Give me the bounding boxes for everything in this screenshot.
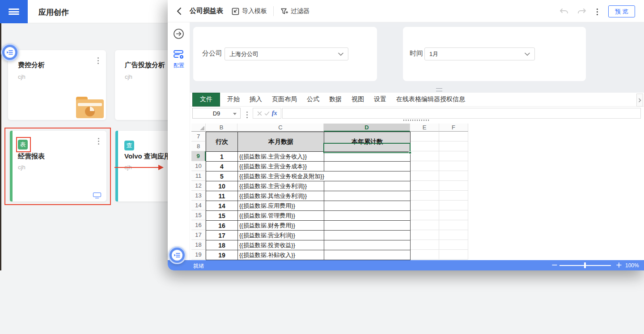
import-template-button[interactable]: 导入模板	[232, 6, 267, 17]
row-header-12[interactable]: 12	[191, 181, 206, 191]
cell-d15[interactable]	[324, 211, 411, 221]
formula-bar-menu[interactable]	[245, 110, 250, 120]
filter-button[interactable]: 过滤器	[280, 6, 309, 17]
header-cell-hangci[interactable]: 行次	[206, 132, 238, 152]
cell-b16[interactable]: 16	[206, 221, 238, 231]
fill-handle[interactable]	[409, 151, 411, 154]
cell-b10[interactable]: 4	[206, 162, 238, 171]
cell-d13[interactable]	[324, 191, 411, 201]
row-header-18[interactable]: 18	[191, 240, 206, 250]
undo-button[interactable]	[559, 6, 569, 17]
row-header-19[interactable]: 19	[191, 250, 206, 260]
row-header-17[interactable]: 17	[191, 230, 206, 240]
column-header-f[interactable]: F	[439, 124, 468, 132]
floating-panel-toggle-button-bottom[interactable]	[168, 246, 186, 264]
resize-handle[interactable]	[436, 88, 442, 91]
cell-d11[interactable]	[324, 171, 411, 181]
menu-overflow-button[interactable]	[636, 94, 643, 107]
cell-c14[interactable]: {{损益数据.应用费用}}	[238, 201, 324, 211]
cell-b19[interactable]: 19	[206, 250, 238, 260]
cell-b15[interactable]: 15	[206, 211, 238, 221]
cell-d12[interactable]	[324, 181, 411, 191]
cancel-entry-icon[interactable]	[257, 111, 262, 116]
menu-tab-home[interactable]: 开始	[227, 95, 240, 103]
cell-d19[interactable]	[324, 250, 411, 260]
cell-b12[interactable]: 10	[206, 181, 238, 191]
card-title: 广告投放分析	[125, 61, 165, 69]
zoom-in-button[interactable]	[616, 262, 622, 268]
column-header-e[interactable]: E	[410, 124, 439, 132]
cell-d10[interactable]	[324, 162, 411, 171]
collapse-arrow-icon[interactable]	[173, 28, 184, 39]
row-header-8[interactable]: 8	[191, 141, 206, 151]
cell-name-box[interactable]: D9	[192, 108, 241, 119]
floating-panel-toggle-button[interactable]	[1, 43, 19, 61]
card-owner: cjh	[18, 73, 25, 80]
cell-d18[interactable]	[324, 240, 411, 250]
cell-d16[interactable]	[324, 221, 411, 231]
back-button[interactable]	[175, 6, 185, 16]
cell-d14[interactable]	[324, 201, 411, 211]
empty-cells-grid[interactable]	[410, 132, 468, 260]
branch-select[interactable]: 上海分公司	[225, 47, 348, 60]
zoom-out-button[interactable]	[551, 262, 558, 268]
row-header-9-selected[interactable]: 9	[191, 151, 206, 161]
row-header-15[interactable]: 15	[191, 210, 206, 220]
row-header-7[interactable]: 7	[191, 132, 206, 141]
menu-tab-data[interactable]: 数据	[329, 95, 342, 103]
cell-c15[interactable]: {{损益数据.管理费用}}	[238, 211, 324, 221]
row-header-16[interactable]: 16	[191, 220, 206, 230]
hamburger-menu-button[interactable]	[0, 0, 28, 23]
card-menu-button[interactable]	[96, 136, 101, 146]
row-header-10[interactable]: 10	[191, 161, 206, 171]
column-resize-handle[interactable]	[403, 120, 429, 121]
cell-c18[interactable]: {{损益数据.投资收益}}	[238, 240, 324, 250]
card-menu-button[interactable]	[96, 56, 101, 66]
cell-b17[interactable]: 17	[206, 231, 238, 240]
sidebar-item-config[interactable]: 配置	[168, 49, 190, 69]
cell-b13[interactable]: 11	[206, 191, 238, 201]
time-select[interactable]: 1月	[424, 47, 535, 60]
row-header-14[interactable]: 14	[191, 201, 206, 210]
cell-c13[interactable]: {{损益数据.其他业务利润}}	[238, 191, 324, 201]
zoom-slider-thumb[interactable]	[584, 262, 586, 268]
column-header-d-selected[interactable]: D	[324, 124, 410, 132]
preview-button[interactable]: 预 览	[608, 5, 635, 17]
cell-c17[interactable]: {{损益数据.营业利润}}	[238, 231, 324, 240]
cell-b18[interactable]: 18	[206, 240, 238, 250]
menu-tab-view[interactable]: 视图	[352, 95, 364, 103]
column-header-c[interactable]: C	[237, 124, 324, 132]
formula-input[interactable]	[282, 108, 641, 119]
menu-tab-settings[interactable]: 设置	[374, 95, 386, 103]
redo-button[interactable]	[576, 6, 587, 17]
menu-tab-formula[interactable]: 公式	[307, 95, 319, 103]
cell-c16[interactable]: {{损益数据.财务费用}}	[238, 221, 324, 231]
header-cell-ytd[interactable]: 本年累计数	[324, 132, 411, 152]
cell-c19[interactable]: {{损益数据.补贴收入}}	[238, 250, 324, 260]
cell-d17[interactable]	[324, 231, 411, 240]
time-select-value: 1月	[429, 50, 438, 58]
app-card-jingying[interactable]: 表 经营报表 cjh	[10, 131, 106, 201]
menu-tab-file[interactable]: 文件	[192, 93, 220, 107]
cell-c10[interactable]: {{损益数据.主营业务成本}}	[238, 162, 324, 171]
cell-b9[interactable]: 1	[206, 152, 238, 162]
menu-tab-license[interactable]: 在线表格编辑器授权信息	[396, 95, 465, 103]
cell-d9-selected[interactable]	[324, 152, 411, 162]
fx-icon[interactable]: fx	[272, 110, 277, 117]
confirm-entry-icon[interactable]	[264, 111, 270, 116]
cell-b14[interactable]: 14	[206, 201, 238, 211]
row-header-13[interactable]: 13	[191, 191, 206, 201]
menu-tab-insert[interactable]: 插入	[250, 95, 262, 103]
header-cell-month-data[interactable]: 本月数据	[238, 132, 324, 152]
cell-b11[interactable]: 5	[206, 171, 238, 181]
spreadsheet-grid[interactable]: B C D E F 7 8 9 10 11 12 13 14 15 16 17 …	[190, 124, 644, 260]
row-header-11[interactable]: 11	[191, 171, 206, 181]
cell-c11[interactable]: {{损益数据.主营业务税金及附加}}	[238, 171, 324, 181]
app-card-feikong[interactable]: 费控分析 cjh	[8, 50, 106, 120]
cell-c12[interactable]: {{损益数据.主营业务利润}}	[238, 181, 324, 191]
cell-c9[interactable]: {{损益数据.主营业务收入}}	[238, 152, 324, 162]
more-actions-button[interactable]	[595, 7, 600, 17]
select-all-corner[interactable]	[191, 124, 206, 132]
column-header-b[interactable]: B	[206, 124, 237, 132]
menu-tab-layout[interactable]: 页面布局	[272, 95, 297, 103]
